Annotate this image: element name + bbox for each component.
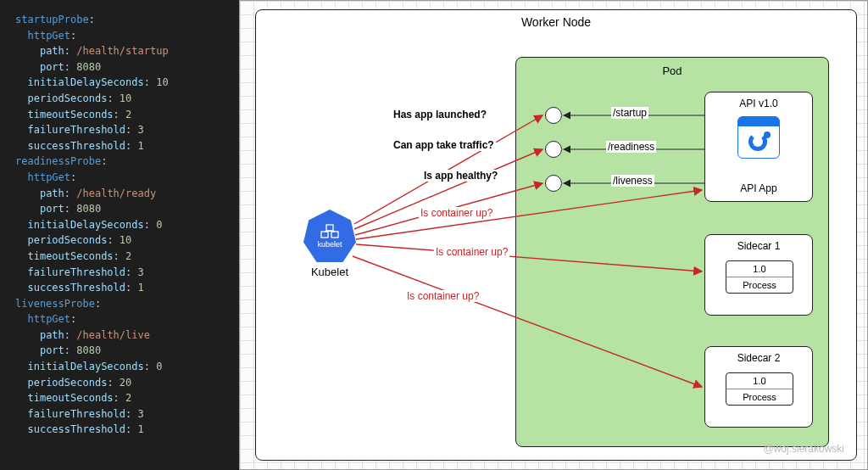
- kubelet-inner-label: kubelet: [317, 240, 342, 249]
- kubelet-heptagon-icon: kubelet: [303, 210, 356, 262]
- diagram-panel: Worker Node kubelet Kubelet Pod: [239, 0, 868, 470]
- pod-box: Pod API v1.0 API App Sidecar 1 1.0 Proce…: [515, 57, 829, 447]
- sidecar1-version: 1.0: [726, 261, 793, 277]
- sidecar2-title: Sidecar 2: [705, 352, 812, 364]
- api-container: API v1.0 API App: [704, 92, 813, 202]
- probe-endpoint-readiness: [545, 141, 562, 158]
- probe-path-startup: /startup: [611, 107, 648, 119]
- question-launched: Has app launched?: [392, 109, 488, 120]
- kubelet-cubes-icon: [319, 224, 341, 239]
- probe-endpoint-liveness: [545, 175, 562, 192]
- question-healthy: Is app healthy?: [422, 170, 499, 182]
- sidecar1-title: Sidecar 1: [705, 240, 812, 252]
- kubelet-label: Kubelet: [303, 266, 356, 278]
- sidecar1-process: Process: [726, 277, 793, 293]
- question-container-up-2: Is container up?: [434, 246, 509, 258]
- sidecar2-container: Sidecar 2 1.0 Process: [704, 346, 813, 428]
- api-app-label: API App: [705, 182, 812, 194]
- pod-title: Pod: [516, 64, 828, 77]
- sidecar2-process: Process: [726, 389, 793, 405]
- probe-path-readiness: /readiness: [606, 141, 656, 153]
- probe-path-liveness: /liveness: [611, 175, 654, 187]
- svg-rect-2: [331, 232, 338, 238]
- worker-node-title: Worker Node: [256, 15, 856, 29]
- api-app-icon: [737, 116, 780, 159]
- svg-rect-1: [321, 232, 328, 238]
- yaml-code-panel: startupProbe: httpGet: path: /health/sta…: [0, 0, 239, 470]
- api-container-title: API v1.0: [705, 98, 812, 109]
- svg-rect-0: [326, 225, 333, 231]
- watermark: @woj.sierakowski: [763, 443, 844, 455]
- question-container-up-1: Is container up?: [419, 207, 494, 219]
- svg-line-4: [330, 231, 335, 232]
- probe-endpoint-startup: [545, 107, 562, 124]
- sidecar1-container: Sidecar 1 1.0 Process: [704, 234, 813, 316]
- sidecar2-version: 1.0: [726, 373, 793, 389]
- question-container-up-3: Is container up?: [405, 290, 481, 302]
- worker-node-box: Worker Node kubelet Kubelet Pod: [255, 9, 857, 461]
- svg-line-3: [325, 231, 330, 232]
- kubelet: kubelet Kubelet: [303, 210, 356, 278]
- question-traffic: Can app take traffic?: [392, 139, 496, 151]
